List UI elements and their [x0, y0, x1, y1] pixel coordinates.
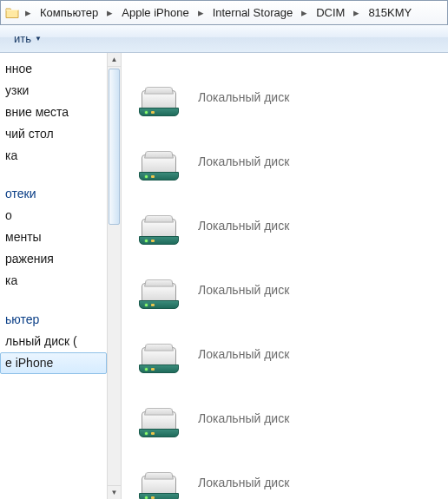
tree-header-libraries[interactable]: отеки [0, 183, 107, 205]
tree-item[interactable]: нное [0, 58, 107, 80]
local-disk-icon [137, 399, 181, 437]
tree-item[interactable]: ражения [0, 248, 107, 270]
toolbar: ить ▼ [0, 25, 448, 53]
file-item[interactable]: Локальный диск [137, 450, 445, 499]
address-bar[interactable]: ▸ Компьютер ▸ Apple iPhone ▸ Internal St… [0, 0, 448, 25]
sidebar-scrollbar[interactable]: ▲ ▼ [107, 53, 122, 499]
scroll-down-icon[interactable]: ▼ [108, 485, 121, 499]
breadcrumb-folder[interactable]: 815KMY [363, 1, 417, 24]
file-item[interactable]: Локальный диск [137, 386, 445, 450]
tree-item[interactable]: ка [0, 270, 107, 292]
chevron-right-icon[interactable]: ▸ [298, 1, 311, 24]
file-item[interactable]: Локальный диск [137, 258, 445, 322]
tree-item[interactable]: чий стол [0, 123, 107, 145]
local-disk-icon [137, 207, 181, 245]
file-label: Локальный диск [198, 219, 289, 233]
chevron-right-icon[interactable]: ▸ [194, 1, 208, 24]
tree-item[interactable]: ка [0, 145, 107, 167]
file-label: Локальный диск [198, 283, 289, 297]
file-label: Локальный диск [198, 476, 289, 489]
tree-item[interactable]: вние места [0, 102, 107, 123]
file-item[interactable]: Локальный диск [137, 194, 445, 258]
breadcrumb-internal-storage[interactable]: Internal Storage [208, 1, 299, 24]
tree-item[interactable]: узки [0, 80, 107, 102]
main: нное узки вние места чий стол ка отеки о… [0, 53, 448, 499]
breadcrumb-computer[interactable]: Компьютер [35, 1, 103, 24]
file-label: Локальный диск [198, 90, 289, 104]
file-item[interactable]: Локальный диск [137, 65, 445, 129]
file-list[interactable]: Локальный диск Локальный диск Локальный … [122, 53, 448, 499]
chevron-down-icon: ▼ [35, 35, 42, 43]
file-label: Локальный диск [198, 154, 289, 168]
local-disk-icon [137, 463, 181, 499]
file-label: Локальный диск [198, 411, 289, 425]
tree-item[interactable]: менты [0, 227, 107, 248]
tree-item[interactable]: о [0, 205, 107, 227]
tree-item-iphone[interactable]: e iPhone [0, 352, 107, 374]
local-disk-icon [137, 335, 181, 373]
chevron-right-icon[interactable]: ▸ [22, 1, 35, 24]
folder-icon [4, 5, 20, 21]
breadcrumb-iphone[interactable]: Apple iPhone [116, 1, 194, 24]
scrollbar-thumb[interactable] [109, 69, 120, 225]
toolbar-dropdown[interactable]: ить ▼ [9, 30, 47, 47]
breadcrumb-dcim[interactable]: DCIM [311, 1, 350, 24]
file-label: Локальный диск [198, 347, 289, 361]
file-item[interactable]: Локальный диск [137, 322, 445, 386]
local-disk-icon [137, 271, 181, 309]
file-item[interactable]: Локальный диск [137, 129, 445, 194]
local-disk-icon [137, 142, 181, 181]
chevron-right-icon[interactable]: ▸ [103, 1, 116, 24]
chevron-right-icon[interactable]: ▸ [350, 1, 363, 24]
tree-header-computer[interactable]: ьютер [0, 309, 107, 331]
local-disk-icon [137, 78, 181, 116]
nav-tree[interactable]: нное узки вние места чий стол ка отеки о… [0, 53, 107, 499]
scroll-up-icon[interactable]: ▲ [108, 53, 121, 67]
tree-item-local-disk[interactable]: льный диск ( [0, 331, 107, 352]
toolbar-label: ить [14, 32, 31, 45]
